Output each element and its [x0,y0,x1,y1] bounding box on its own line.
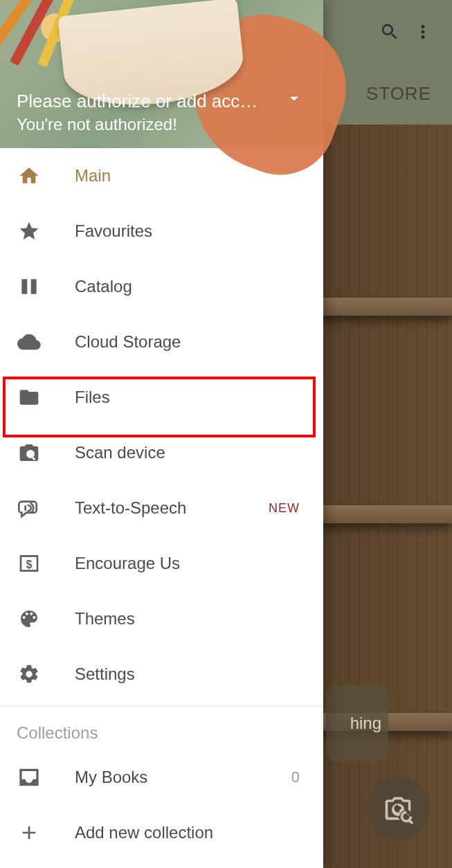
svg-text:$: $ [26,559,33,570]
plus-icon [17,822,42,844]
tooltip-fragment: hing [326,685,388,761]
divider [0,706,323,707]
nav-label: Files [75,388,110,407]
drawer-header[interactable]: Please authorize or add acco… You're not… [0,0,323,148]
cloud-icon [17,330,42,354]
nav-label: Scan device [75,443,165,462]
inbox-icon [17,766,42,788]
new-badge: NEW [269,501,300,516]
add-collection[interactable]: Add new collection [0,805,323,860]
nav-label: Themes [75,609,135,629]
collections-header: Collections [0,711,323,750]
folder-icon [17,386,42,408]
nav-cloud-storage[interactable]: Cloud Storage [0,314,323,370]
scan-fab[interactable] [366,777,430,840]
nav-settings[interactable]: Settings [0,647,323,702]
nav-label: Favourites [75,221,152,241]
account-dropdown[interactable] [284,89,304,111]
catalog-icon [17,275,42,298]
nav-label: Settings [75,664,135,684]
nav-tts[interactable]: Text-to-Speech NEW [0,480,323,536]
collection-count: 0 [291,768,300,786]
camera-search-icon [383,793,413,824]
collection-my-books[interactable]: My Books 0 [0,750,323,805]
tooltip-text: hing [350,714,381,733]
drawer-menu: Main Favourites Catalog Cloud Storage Fi… [0,148,323,868]
nav-themes[interactable]: Themes [0,591,323,647]
nav-favourites[interactable]: Favourites [0,204,323,259]
nav-encourage-us[interactable]: $ Encourage Us [0,536,323,591]
palette-icon [17,608,42,630]
nav-label: Catalog [75,277,132,296]
chevron-down-icon [284,89,304,108]
navigation-drawer: Please authorize or add acco… You're not… [0,0,323,868]
nav-catalog[interactable]: Catalog [0,259,323,314]
gear-icon [17,663,42,685]
scan-icon [17,442,42,464]
tts-icon [17,497,42,519]
nav-label: Encourage Us [75,554,180,573]
star-icon [17,220,42,242]
nav-files[interactable]: Files [0,370,323,425]
drawer-subtitle: You're not authorized! [17,115,307,134]
home-icon [17,165,42,187]
nav-scan-device[interactable]: Scan device [0,425,323,480]
nav-label: Text-to-Speech [75,498,186,518]
nav-label: Main [75,166,111,186]
add-collection-label: Add new collection [75,823,213,842]
nav-label: Cloud Storage [75,332,181,352]
collection-label: My Books [75,768,147,787]
drawer-title: Please authorize or add acco… [17,91,266,112]
dollar-icon: $ [17,552,42,575]
